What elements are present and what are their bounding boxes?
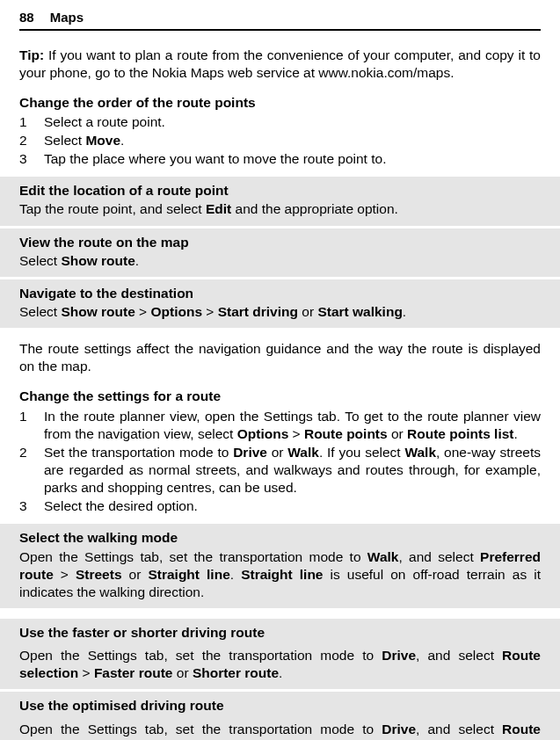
step-number: 3: [19, 497, 32, 515]
change-order-step-3: 3 Tap the place where you want to move t…: [19, 150, 541, 168]
text: Open the Settings tab, set the transport…: [19, 549, 367, 564]
drive-label: Drive: [382, 722, 416, 736]
tip-text: If you want to plan a route from the con…: [19, 47, 541, 80]
text: .: [230, 567, 241, 582]
change-order-step-1: 1 Select a route point.: [19, 113, 541, 131]
optimised-box: Use the optimised driving route Open the…: [0, 692, 560, 740]
change-settings-steps: 1 In the route planner view, open the Se…: [19, 408, 541, 516]
change-order-step-2: 2 Select Move.: [19, 132, 541, 149]
header-title: Maps: [50, 9, 84, 26]
change-order-steps: 1 Select a route point. 2 Select Move. 3…: [19, 113, 541, 168]
shorter-route-label: Shorter route: [193, 665, 279, 680]
drive-label: Drive: [233, 445, 267, 460]
faster-shorter-box: Use the faster or shorter driving route …: [0, 619, 560, 689]
edit-location-text: Tap the route point, and select Edit and…: [19, 200, 541, 218]
view-route-text: Select Show route.: [19, 252, 541, 270]
text: or: [298, 304, 317, 319]
move-label: Move: [85, 133, 120, 148]
navigate-text: Select Show route > Options > Start driv…: [19, 303, 541, 321]
text: or: [388, 426, 407, 441]
text: Open the Settings tab, set the transport…: [19, 648, 382, 663]
text: >: [202, 304, 218, 319]
start-driving-label: Start driving: [218, 304, 298, 319]
change-settings-step-1: 1 In the route planner view, open the Se…: [19, 408, 541, 443]
text: Tap the route point, and select: [19, 201, 206, 216]
text: or: [122, 567, 149, 582]
route-points-list-label: Route points list: [407, 426, 513, 441]
text: >: [288, 426, 304, 441]
change-settings-step-2: 2 Set the transportation mode to Drive o…: [19, 444, 541, 497]
page-number: 88: [19, 9, 34, 26]
navigate-box: Navigate to the destination Select Show …: [0, 279, 560, 328]
text: >: [78, 665, 94, 680]
step-number: 1: [19, 113, 32, 131]
tip-label: Tip:: [19, 47, 44, 62]
route-settings-effect: The route settings affect the navigation…: [19, 340, 541, 375]
drive-label: Drive: [382, 648, 416, 663]
options-label: Options: [237, 426, 289, 441]
edit-label: Edit: [206, 201, 231, 216]
text: , and select: [416, 648, 502, 663]
text: , and select: [398, 549, 480, 564]
text: . If you select: [319, 445, 405, 460]
page-header: 88 Maps: [19, 9, 541, 31]
walking-mode-box: Select the walking mode Open the Setting…: [0, 524, 560, 608]
faster-route-label: Faster route: [94, 665, 173, 680]
text: .: [513, 426, 517, 441]
text: Set the transportation mode to: [44, 445, 233, 460]
change-settings-step-3: 3 Select the desired option.: [19, 497, 541, 515]
navigate-title: Navigate to the destination: [19, 285, 541, 302]
text: Select: [19, 253, 61, 268]
tip-paragraph: Tip: If you want to plan a route from th…: [19, 47, 541, 82]
text: Select: [44, 133, 85, 148]
text: Open the Settings tab, set the transport…: [19, 722, 382, 736]
text: .: [403, 304, 406, 319]
show-route-label: Show route: [61, 304, 135, 319]
step-text: Select the desired option.: [44, 497, 541, 515]
optimised-title: Use the optimised driving route: [19, 697, 541, 715]
view-route-title: View the route on the map: [19, 234, 541, 251]
text: or: [172, 665, 192, 680]
text: .: [279, 665, 282, 680]
show-route-label: Show route: [61, 253, 135, 268]
step-text: Select a route point.: [44, 113, 541, 131]
optimised-text: Open the Settings tab, set the transport…: [19, 721, 541, 740]
walk-label: Walk: [287, 445, 319, 460]
text: >: [54, 567, 76, 582]
step-number: 2: [19, 132, 32, 149]
text: and the appropriate option.: [231, 201, 398, 216]
edit-location-box: Edit the location of a route point Tap t…: [0, 177, 560, 225]
change-settings-title: Change the settings for a route: [19, 388, 541, 405]
edit-location-title: Edit the location of a route point: [19, 182, 541, 200]
step-text: Select Move.: [44, 132, 541, 149]
walking-mode-title: Select the walking mode: [19, 529, 541, 547]
view-route-box: View the route on the map Select Show ro…: [0, 229, 560, 277]
step-number: 1: [19, 408, 32, 425]
change-order-title: Change the order of the route points: [19, 94, 541, 112]
step-text: In the route planner view, open the Sett…: [44, 408, 541, 443]
text: .: [135, 253, 139, 268]
walk-label-2: Walk: [404, 445, 436, 460]
streets-label: Streets: [76, 567, 122, 582]
step-number: 3: [19, 150, 32, 168]
text: .: [120, 133, 124, 148]
faster-shorter-title: Use the faster or shorter driving route: [19, 624, 541, 642]
straight-line-label: Straight line: [148, 567, 229, 582]
straight-line-label-2: Straight line: [241, 567, 323, 582]
options-label: Options: [150, 304, 202, 319]
text: , and select: [416, 722, 502, 736]
text: or: [267, 445, 287, 460]
route-points-label: Route points: [304, 426, 388, 441]
text: >: [135, 304, 151, 319]
faster-shorter-text: Open the Settings tab, set the transport…: [19, 647, 541, 682]
step-text: Tap the place where you want to move the…: [44, 150, 541, 168]
step-text: Set the transportation mode to Drive or …: [44, 444, 541, 497]
text: Select: [19, 304, 61, 319]
start-walking-label: Start walking: [317, 304, 402, 319]
step-number: 2: [19, 444, 32, 461]
walk-label: Walk: [367, 549, 399, 564]
walking-mode-text: Open the Settings tab, set the transport…: [19, 548, 541, 601]
